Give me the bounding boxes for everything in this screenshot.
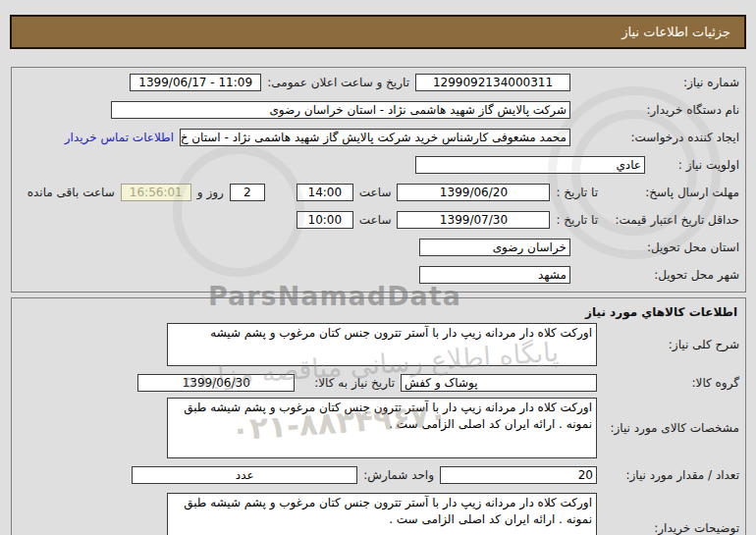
screen: ParsNamadData پایگاه اطلاع رسانی مناقصه … (0, 0, 756, 535)
need-number-label: شماره نیاز: (570, 76, 739, 89)
announce-datetime-label: تاریخ و ساعت اعلان عمومی: (267, 76, 409, 89)
goods-group-field[interactable]: پوشاک و کفش (401, 374, 597, 392)
validity-until-date-label: تا تاریخ : (556, 213, 598, 227)
requester-label: ایجاد کننده درخواست: (570, 131, 739, 144)
announce-datetime-field[interactable]: 1399/06/17 - 11:09 (130, 74, 261, 91)
need-number-field[interactable]: 1299092134000311 (415, 74, 570, 91)
row-requester: ایجاد کننده درخواست: محمد مشعوفی کارشناس… (18, 128, 739, 147)
buyer-notes-area[interactable]: اورکت کلاه دار مردانه زیپ دار با آستر تت… (167, 493, 597, 535)
deadline-date-field[interactable]: 1399/06/20 (397, 184, 550, 201)
remaining-days-field[interactable]: 2 (230, 184, 265, 201)
quantity-label: تعداد / مقدار مورد نیاز: (597, 468, 739, 482)
unit-label: واحد شمارش: (363, 468, 434, 482)
goods-group-label: گروه کالا: (597, 376, 739, 390)
specs-label: مشخصات کالای مورد نیاز: (597, 421, 739, 435)
priority-label: اولویت نیاز : (645, 158, 739, 172)
delivery-city-label: شهر محل تحویل: (570, 268, 739, 282)
page-title-bar: جزئیات اطلاعات نیاز (10, 15, 746, 49)
row-response-deadline: مهلت ارسال پاسخ: تا تاریخ : 1399/06/20 س… (18, 183, 739, 202)
row-need-number: شماره نیاز: 1299092134000311 تاریخ و ساع… (18, 73, 739, 92)
general-desc-label: شرح کلی نیاز: (597, 338, 739, 351)
price-validity-label: حداقل تاریخ اعتبار قیمت: (598, 214, 739, 227)
page-title: جزئیات اطلاعات نیاز (621, 25, 730, 39)
delivery-province-label: استان محل تحویل: (570, 241, 739, 254)
general-desc-area[interactable]: اورکت کلاه دار مردانه زیپ دار با آستر تت… (167, 323, 597, 366)
buyer-org-field[interactable]: شرکت پالایش گاز شهید هاشمی نژاد - استان … (111, 101, 570, 119)
row-priority: اولویت نیاز : عادي (18, 155, 739, 175)
validity-date-field[interactable]: 1399/07/30 (397, 211, 550, 229)
delivery-province-field[interactable]: خراسان رضوی (419, 239, 570, 256)
row-delivery-province: استان محل تحویل: خراسان رضوی (18, 238, 739, 257)
validity-time-field[interactable]: 10:00 (297, 211, 353, 229)
days-and-label: روز و (197, 186, 224, 199)
priority-field[interactable]: عادي (415, 156, 645, 174)
need-date-label: تاریخ نیاز به کالا: (314, 376, 395, 390)
validity-hour-label: ساعت (359, 213, 392, 227)
row-goods-group: گروه کالا: پوشاک و کفش تاریخ نیاز به کال… (18, 374, 739, 392)
request-info-panel: شماره نیاز: 1299092134000311 تاریخ و ساع… (11, 67, 746, 293)
goods-section-title: اطلاعات کالاهاي مورد نياز (18, 303, 739, 319)
specs-area[interactable]: اورکت کلاه دار مردانه زیپ دار با آستر تت… (167, 398, 597, 458)
deadline-hour-label: ساعت (359, 186, 392, 199)
response-deadline-label: مهلت ارسال پاسخ: (598, 187, 739, 199)
need-date-field[interactable]: 1399/06/30 (137, 374, 295, 392)
requester-field[interactable]: محمد مشعوفی کارشناس خرید شرکت پالایش گاز… (180, 129, 570, 146)
delivery-city-field[interactable]: مشهد (419, 266, 570, 284)
row-price-validity: حداقل تاریخ اعتبار قیمت: تا تاریخ : 1399… (18, 210, 739, 230)
buyer-contact-link[interactable]: اطلاعات تماس خریدار (65, 131, 174, 144)
row-buyer-org: نام دستگاه خریدار: شرکت پالایش گاز شهید … (18, 100, 739, 120)
unit-field[interactable]: عدد (132, 466, 357, 484)
buyer-org-label: نام دستگاه خریدار: (570, 103, 739, 117)
deadline-time-field[interactable]: 14:00 (297, 184, 353, 201)
hours-remaining-label: ساعت باقی مانده (27, 186, 115, 199)
until-date-label: تا تاریخ : (556, 186, 598, 199)
remaining-time-field: 16:56:01 (121, 184, 191, 201)
row-quantity: تعداد / مقدار مورد نیاز: 20 واحد شمارش: … (18, 466, 739, 484)
row-specs: مشخصات کالای مورد نیاز: اورکت کلاه دار م… (18, 398, 739, 458)
goods-info-panel: اطلاعات کالاهاي مورد نياز شرح کلی نیاز: … (11, 297, 746, 535)
row-buyer-notes: توضیحات خریدار: اورکت کلاه دار مردانه زی… (18, 493, 739, 535)
buyer-notes-label: توضیحات خریدار: (597, 521, 739, 535)
quantity-field[interactable]: 20 (440, 466, 597, 484)
row-general-desc: شرح کلی نیاز: اورکت کلاه دار مردانه زیپ … (18, 323, 739, 366)
row-delivery-city: شهر محل تحویل: مشهد (18, 265, 739, 285)
